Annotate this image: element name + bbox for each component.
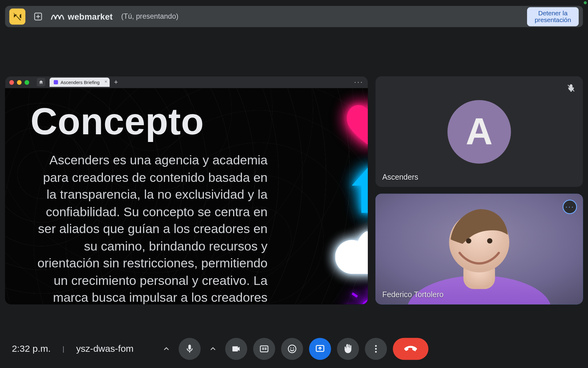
reactions-button[interactable] <box>281 338 303 360</box>
tab-ascenders-briefing[interactable]: Ascenders Briefing × <box>50 78 110 87</box>
macos-close-dot[interactable] <box>9 80 14 85</box>
svg-point-1 <box>362 300 368 305</box>
slide-body: Ascenders es una agencia y academia para… <box>31 152 268 305</box>
camera-icon <box>231 344 241 354</box>
svg-point-23 <box>288 345 296 353</box>
concept-icons <box>327 101 368 305</box>
mic-options-button[interactable] <box>160 343 172 355</box>
cloud-icon <box>335 232 368 274</box>
avatar-initial: A <box>466 110 493 153</box>
hand-icon <box>343 344 353 354</box>
divider: | <box>62 345 64 353</box>
hangup-icon <box>404 343 417 355</box>
camera-off-icon <box>13 12 22 21</box>
participants-rail: A Ascenders <box>375 76 583 305</box>
present-button[interactable] <box>309 338 331 360</box>
chevron-up-icon <box>208 344 217 354</box>
participant-name: Federico Tortolero <box>382 290 443 299</box>
person-silhouette <box>403 194 556 305</box>
window-more-button[interactable]: ··· <box>354 79 364 86</box>
arrow-up-icon <box>346 162 368 217</box>
tab-title: Ascenders Briefing <box>61 80 100 85</box>
svg-point-28 <box>375 348 377 350</box>
stop-presenting-button[interactable]: Detener la presentación <box>527 7 579 26</box>
svg-rect-22 <box>260 346 268 352</box>
end-call-button[interactable] <box>393 338 428 360</box>
muted-icon <box>565 82 577 94</box>
home-button[interactable] <box>37 78 45 86</box>
add-button[interactable] <box>31 10 45 23</box>
more-button[interactable] <box>365 338 387 360</box>
heart-icon <box>344 101 368 148</box>
stage: Ascenders Briefing × + ··· Concepto Asce… <box>5 76 583 305</box>
present-icon <box>315 344 325 354</box>
add-icon <box>33 12 43 21</box>
svg-point-25 <box>292 347 294 349</box>
topbar: webmarket (Tú, presentando) Detener la p… <box>5 6 583 27</box>
presenting-label: (Tú, presentando) <box>121 12 179 21</box>
new-tab-button[interactable]: + <box>114 79 118 86</box>
more-vert-icon <box>371 344 381 354</box>
clock: 2:32 p.m. <box>12 343 51 355</box>
macos-min-dot[interactable] <box>17 80 21 85</box>
viral-icon <box>342 288 368 305</box>
footer: 2:32 p.m. | ysz-dwas-fom <box>0 330 588 368</box>
participant-tile-ascenders[interactable]: A Ascenders <box>375 76 583 187</box>
stop-line2: presentación <box>535 17 571 24</box>
meeting-code: ysz-dwas-fom <box>76 343 134 355</box>
slide-title: Concepto <box>31 100 204 143</box>
macos-max-dot[interactable] <box>24 80 29 85</box>
svg-point-20 <box>466 238 471 243</box>
stop-line1: Detener la <box>535 10 571 17</box>
camera-options-button[interactable] <box>206 343 219 355</box>
participant-name: Ascenders <box>382 173 418 182</box>
avatar: A <box>447 100 511 163</box>
tab-close-icon[interactable]: × <box>104 79 107 84</box>
mic-button[interactable] <box>179 338 201 360</box>
captions-button[interactable] <box>253 338 275 360</box>
smile-icon <box>287 344 297 354</box>
call-controls <box>160 338 428 360</box>
camera-off-badge[interactable] <box>9 9 25 25</box>
svg-line-9 <box>352 293 357 297</box>
window-chrome: Ascenders Briefing × + ··· <box>5 76 368 89</box>
raise-hand-button[interactable] <box>337 338 359 360</box>
chevron-up-icon <box>161 344 171 354</box>
slide-canvas: Concepto Ascenders es una agencia y acad… <box>5 88 368 305</box>
mic-icon <box>184 344 194 354</box>
home-icon <box>39 80 44 85</box>
brand-name: webmarket <box>68 12 113 21</box>
captions-icon <box>259 344 269 354</box>
tab-favicon <box>54 80 58 84</box>
svg-point-27 <box>375 345 377 347</box>
svg-point-21 <box>487 238 492 243</box>
screenshare-tile[interactable]: Ascenders Briefing × + ··· Concepto Asce… <box>5 76 368 305</box>
svg-point-29 <box>375 351 377 353</box>
svg-point-24 <box>290 347 291 349</box>
brand-mark-icon <box>51 12 64 21</box>
brand: webmarket <box>51 12 113 21</box>
camera-button[interactable] <box>225 338 247 360</box>
status-dot <box>584 1 587 4</box>
webcam-feed <box>375 194 583 305</box>
participant-tile-federico[interactable]: ··· Federico Tortolero <box>375 194 583 305</box>
tile-more-button[interactable]: ··· <box>563 200 577 214</box>
